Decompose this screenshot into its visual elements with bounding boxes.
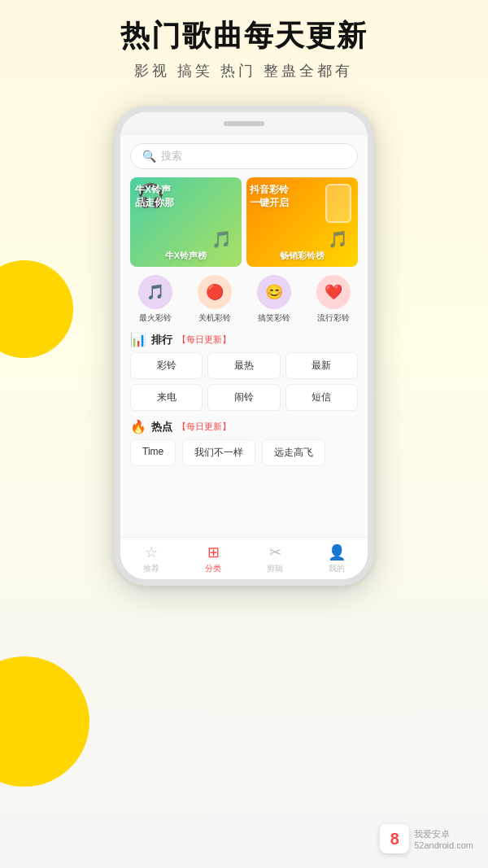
category-label-0: 最火彩铃	[139, 312, 172, 324]
banner-1-overlay: 牛X铃声 品走你那	[135, 184, 174, 209]
tab-mine[interactable]: 👤 我的	[306, 543, 368, 574]
hot-tag-2[interactable]: 远走高飞	[262, 439, 325, 466]
hot-icon: 🔥	[130, 419, 146, 434]
category-label-1: 关机彩铃	[198, 312, 231, 324]
tab-recommend-label: 推荐	[143, 563, 159, 574]
banner-item-2[interactable]: 抖音彩铃 一键开启 🎵 畅销彩铃榜	[246, 177, 358, 267]
category-row: 🎵 最火彩铃 🔴 关机彩铃 😊 搞笑彩铃 ❤️ 流行彩铃	[125, 275, 363, 324]
note-icon-1: 🎵	[211, 229, 232, 249]
ranking-title: 排行	[151, 333, 172, 347]
banner-2-label: 畅销彩铃榜	[246, 250, 358, 262]
tab-edit-label: 剪辑	[267, 563, 283, 574]
banner-area: 🎧 牛X铃声 品走你那 🎵 牛X铃声榜 抖音彩铃 一键开启 🎵 畅销彩铃榜	[130, 177, 358, 267]
ranking-tag-5[interactable]: 短信	[285, 384, 358, 411]
tab-mine-icon: 👤	[328, 543, 346, 561]
category-icon-3: ❤️	[316, 275, 351, 309]
phone-content[interactable]: 🔍 搜索 🎧 牛X铃声 品走你那 🎵 牛X铃声榜 抖音彩铃 一键开启 🎵	[120, 135, 368, 537]
tab-category-label: 分类	[205, 563, 221, 574]
tab-category-icon: ⊞	[207, 543, 220, 561]
phone-speaker	[224, 121, 264, 126]
category-label-3: 流行彩铃	[317, 312, 350, 324]
ranking-tag-3[interactable]: 来电	[130, 384, 203, 411]
ranking-tag-grid: 彩铃 最热 最新 来电 闹铃 短信	[130, 352, 358, 411]
banner-2-line2: 一键开启	[250, 197, 289, 210]
banner-1-line1: 牛X铃声	[135, 184, 174, 197]
hot-tag-0[interactable]: Time	[130, 439, 176, 466]
ranking-icon: 📊	[130, 332, 146, 347]
category-item-0[interactable]: 🎵 最火彩铃	[138, 275, 172, 324]
watermark-text-1: 我爱安卓	[414, 828, 473, 840]
tab-edit-icon: ✂	[269, 543, 281, 561]
hot-badge: 【每日更新】	[177, 421, 231, 433]
note-icon-2: 🎵	[328, 229, 348, 249]
phone-top-bar	[120, 112, 368, 135]
search-placeholder: 搜索	[161, 149, 182, 164]
category-icon-2: 😊	[257, 275, 291, 309]
phone-shape-icon	[325, 184, 351, 223]
watermark-logo: 8	[380, 824, 409, 853]
ranking-tag-1[interactable]: 最热	[207, 352, 280, 379]
header-area: 热门歌曲每天更新 影视 搞笑 热门 整蛊全都有	[0, 16, 488, 81]
header-subtitle: 影视 搞笑 热门 整蛊全都有	[0, 61, 488, 81]
hot-section-header: 🔥 热点 【每日更新】	[130, 419, 358, 434]
tab-recommend-icon: ☆	[145, 543, 158, 561]
category-icon-1: 🔴	[198, 275, 232, 309]
ranking-badge: 【每日更新】	[177, 334, 231, 346]
hot-tag-1[interactable]: 我们不一样	[182, 439, 255, 466]
watermark: 8 我爱安卓 52android.com	[380, 824, 473, 853]
search-bar[interactable]: 🔍 搜索	[130, 143, 358, 169]
phone-tab-bar: ☆ 推荐 ⊞ 分类 ✂ 剪辑 👤 我的	[120, 537, 368, 579]
ranking-section-header: 📊 排行 【每日更新】	[130, 332, 358, 347]
ranking-tag-2[interactable]: 最新	[285, 352, 358, 379]
header-title: 热门歌曲每天更新	[0, 16, 488, 56]
search-icon: 🔍	[142, 150, 156, 163]
category-icon-0: 🎵	[138, 275, 172, 309]
banner-1-label: 牛X铃声榜	[130, 250, 242, 262]
tab-edit[interactable]: ✂ 剪辑	[244, 543, 306, 574]
banner-2-line1: 抖音彩铃	[250, 184, 289, 197]
category-label-2: 搞笑彩铃	[258, 312, 290, 324]
hot-tag-row: Time 我们不一样 远走高飞	[130, 439, 358, 466]
watermark-text-2: 52android.com	[414, 840, 473, 850]
banner-1-line2: 品走你那	[135, 197, 174, 210]
ranking-tag-0[interactable]: 彩铃	[130, 352, 203, 379]
category-item-1[interactable]: 🔴 关机彩铃	[198, 275, 232, 324]
banner-item-1[interactable]: 🎧 牛X铃声 品走你那 🎵 牛X铃声榜	[130, 177, 242, 267]
category-item-3[interactable]: ❤️ 流行彩铃	[316, 275, 351, 324]
tab-mine-label: 我的	[329, 563, 345, 574]
hot-title: 热点	[151, 420, 172, 434]
tab-category[interactable]: ⊞ 分类	[182, 543, 244, 574]
tab-recommend[interactable]: ☆ 推荐	[120, 543, 182, 574]
category-item-2[interactable]: 😊 搞笑彩铃	[257, 275, 291, 324]
ranking-tag-4[interactable]: 闹铃	[207, 384, 280, 411]
phone-mockup: 🔍 搜索 🎧 牛X铃声 品走你那 🎵 牛X铃声榜 抖音彩铃 一键开启 🎵	[114, 106, 374, 586]
banner-2-overlay: 抖音彩铃 一键开启	[250, 184, 289, 209]
